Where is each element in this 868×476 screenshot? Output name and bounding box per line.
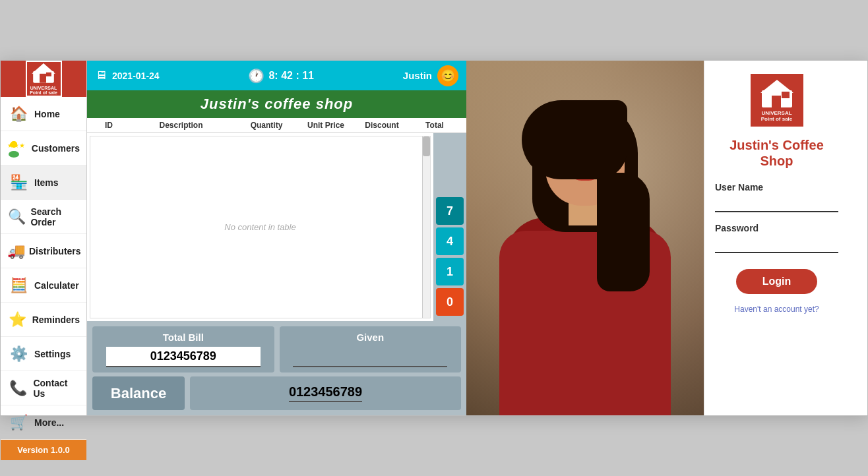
svg-rect-11 — [782, 92, 790, 98]
pos-time: 8: 42 : 11 — [268, 70, 313, 82]
sidebar-logo-text: UNIVERSALPoint of sale — [30, 86, 57, 96]
given-input[interactable] — [293, 347, 447, 367]
col-id: ID — [92, 121, 125, 130]
svg-text:★★★: ★★★ — [7, 142, 25, 149]
numpad-7[interactable]: 7 — [436, 197, 464, 225]
sidebar: UNIVERSALPoint of sale 🏠 Home ★★★ Custom… — [1, 61, 87, 415]
figure-hair-front — [522, 100, 627, 179]
sidebar-settings-label: Settings — [34, 349, 71, 359]
sidebar-item-contact[interactable]: 📞 Contact Us — [1, 371, 86, 405]
sidebar-items-label: Items — [34, 177, 59, 188]
pos-table-header: ID Description Quantity Unit Price Disco… — [87, 118, 466, 133]
username-label: User Name — [715, 182, 838, 193]
given-cell: Given — [280, 326, 462, 372]
sidebar-item-reminders[interactable]: ⭐ Reminders — [1, 303, 86, 337]
balance-label: Balance — [111, 385, 166, 402]
logo-icon — [32, 62, 55, 84]
password-group: Password — [715, 223, 838, 253]
pos-avatar: 😊 — [437, 65, 458, 86]
pos-table-body: No content in table — [90, 136, 431, 318]
logo-box: UNIVERSALPoint of sale — [26, 61, 62, 97]
username-group: User Name — [715, 182, 838, 212]
sidebar-customers-label: Customers — [32, 143, 80, 154]
shop-title-bar: Justin's coffee shop — [87, 90, 466, 118]
col-unit-price: Unit Price — [296, 121, 356, 130]
sidebar-item-settings[interactable]: ⚙️ Settings — [1, 337, 86, 371]
login-button[interactable]: Login — [736, 269, 818, 294]
balance-value-cell: 0123456789 — [190, 376, 461, 410]
distributers-icon: 🚚 — [7, 239, 25, 262]
customers-icon: ★★★ — [7, 136, 28, 160]
sidebar-item-search-order[interactable]: 🔍 Search Order — [1, 200, 86, 234]
sidebar-contact-label: Contact Us — [33, 378, 80, 399]
sidebar-reminders-label: Reminders — [32, 314, 80, 325]
pos-header-left: 🖥 2021-01-24 — [95, 69, 160, 82]
items-icon: 🏪 — [7, 171, 30, 194]
home-icon: 🏠 — [7, 102, 30, 125]
balance-value: 0123456789 — [289, 384, 362, 402]
figure-hair-side — [597, 173, 650, 291]
clock-icon: 🕐 — [248, 68, 264, 84]
col-description: Description — [125, 121, 237, 130]
numpad-4[interactable]: 4 — [436, 227, 464, 255]
col-quantity: Quantity — [237, 121, 296, 130]
pos-billing-area: Total Bill 0123456789 Given Balance 0123… — [87, 321, 466, 415]
sidebar-item-more[interactable]: 🛒 More... — [1, 405, 86, 440]
pos-time-container: 🕐 8: 42 : 11 — [248, 68, 313, 84]
sidebar-item-customers[interactable]: ★★★ Customers — [1, 131, 86, 165]
svg-rect-2 — [40, 74, 46, 83]
sidebar-item-calculater[interactable]: 🧮 Calculater — [1, 268, 86, 303]
col-total: Total — [408, 121, 461, 130]
right-panel: UNIVERSALPoint of sale Justin's Coffee S… — [704, 61, 849, 415]
pos-user-area: Justin 😊 — [403, 65, 458, 86]
sidebar-distributers-label: Distributers — [29, 246, 81, 256]
sidebar-home-label: Home — [34, 109, 60, 119]
calculater-icon: 🧮 — [7, 274, 30, 297]
svg-marker-1 — [32, 63, 55, 74]
settings-icon: ⚙️ — [7, 342, 30, 365]
svg-point-7 — [9, 151, 19, 158]
right-logo-icon — [760, 78, 793, 109]
total-bill-value: 0123456789 — [106, 347, 261, 367]
username-input[interactable] — [715, 195, 838, 212]
more-icon: 🛒 — [7, 411, 30, 434]
pos-date: 2021-01-24 — [112, 71, 160, 81]
sidebar-item-items[interactable]: 🏪 Items — [1, 165, 86, 200]
numpad-1[interactable]: 1 — [436, 258, 464, 285]
given-label: Given — [356, 332, 384, 343]
register-link[interactable]: Haven't an account yet? — [734, 305, 819, 314]
table-scrollbar[interactable] — [422, 136, 430, 318]
svg-rect-3 — [46, 73, 51, 76]
scroll-thumb — [423, 136, 430, 156]
sidebar-more-label: More... — [34, 417, 64, 428]
right-shop-name: Justin's Coffee Shop — [715, 137, 838, 169]
right-logo: UNIVERSALPoint of sale — [751, 74, 803, 127]
pos-username: Justin — [403, 70, 432, 81]
balance-label-cell: Balance — [92, 376, 185, 410]
sidebar-calculater-label: Calculater — [34, 280, 79, 291]
balance-row: Balance 0123456789 — [92, 376, 461, 410]
sidebar-version: Version 1.0.0 — [1, 440, 86, 460]
reminders-icon: ⭐ — [7, 308, 28, 331]
total-bill-cell: Total Bill 0123456789 — [92, 326, 274, 372]
sidebar-item-distributers[interactable]: 🚚 Distributers — [1, 234, 86, 268]
contact-icon: 📞 — [7, 376, 29, 400]
numpad-0[interactable]: 0 — [436, 288, 464, 316]
sidebar-search-label: Search Order — [30, 206, 80, 227]
col-discount: Discount — [356, 121, 408, 130]
billing-top-row: Total Bill 0123456789 Given — [92, 326, 461, 372]
no-content-text: No content in table — [224, 222, 295, 232]
password-label: Password — [715, 223, 838, 233]
password-input[interactable] — [715, 236, 838, 253]
total-bill-label: Total Bill — [163, 332, 204, 343]
photo-area — [466, 61, 704, 415]
numpad-side: 7 4 1 0 — [433, 133, 466, 321]
svg-marker-9 — [760, 80, 793, 93]
pos-table-numpad-area: No content in table 7 4 1 0 — [87, 133, 466, 321]
photo-bg — [466, 61, 704, 415]
photo-background — [466, 61, 704, 415]
main-pos: 🖥 2021-01-24 🕐 8: 42 : 11 Justin 😊 Justi… — [87, 61, 466, 415]
pos-header: 🖥 2021-01-24 🕐 8: 42 : 11 Justin 😊 — [87, 61, 466, 90]
sidebar-item-home[interactable]: 🏠 Home — [1, 97, 86, 131]
right-logo-text: UNIVERSALPoint of sale — [761, 110, 793, 122]
